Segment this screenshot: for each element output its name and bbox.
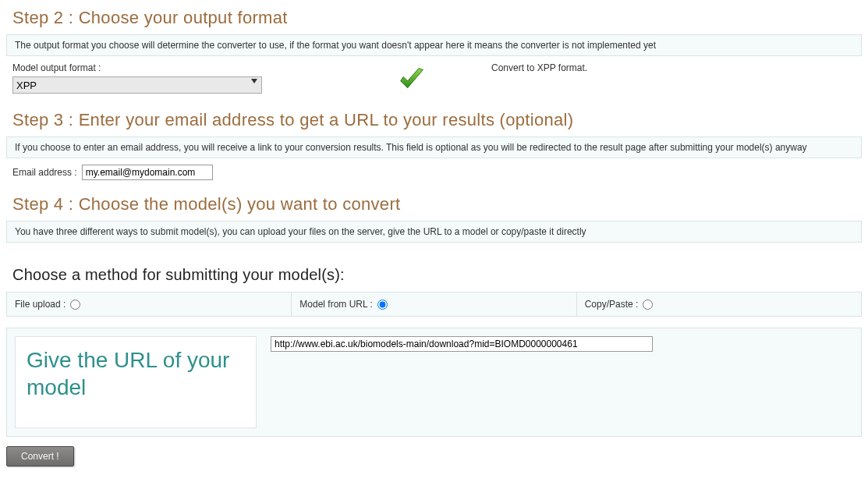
step3-heading: Step 3 : Enter your email address to get… (0, 102, 868, 137)
check-icon (343, 62, 426, 96)
method-copy-paste-radio[interactable] (643, 300, 653, 310)
method-file-upload-radio[interactable] (70, 300, 80, 310)
email-label: Email address : (12, 167, 77, 178)
method-label: Model from URL : (299, 299, 373, 310)
format-label: Model output format : (12, 62, 324, 73)
method-row: File upload : Model from URL : Copy/Past… (6, 292, 862, 317)
convert-button[interactable]: Convert ! (6, 446, 74, 466)
step4-info: You have three different ways to submit … (6, 221, 862, 243)
step2-info: The output format you choose will determ… (6, 34, 862, 56)
method-heading: Choose a method for submitting your mode… (0, 243, 868, 292)
format-description: Convert to XPP format. (491, 62, 587, 73)
model-url-input[interactable] (271, 336, 653, 352)
step4-heading: Step 4 : Choose the model(s) you want to… (0, 186, 868, 221)
method-label: File upload : (15, 299, 66, 310)
email-input[interactable] (82, 165, 213, 180)
method-copy-paste[interactable]: Copy/Paste : (577, 293, 861, 316)
step3-info: If you choose to enter an email address,… (6, 137, 862, 158)
url-panel: Give the URL of your model (6, 328, 862, 437)
method-model-url-radio[interactable] (377, 300, 388, 310)
url-panel-title: Give the URL of your model (27, 346, 245, 401)
method-file-upload[interactable]: File upload : (7, 293, 292, 316)
method-label: Copy/Paste : (585, 299, 639, 310)
method-model-url[interactable]: Model from URL : (292, 293, 576, 316)
step2-heading: Step 2 : Choose your output format (0, 0, 868, 34)
format-select[interactable]: XPP (12, 76, 262, 94)
